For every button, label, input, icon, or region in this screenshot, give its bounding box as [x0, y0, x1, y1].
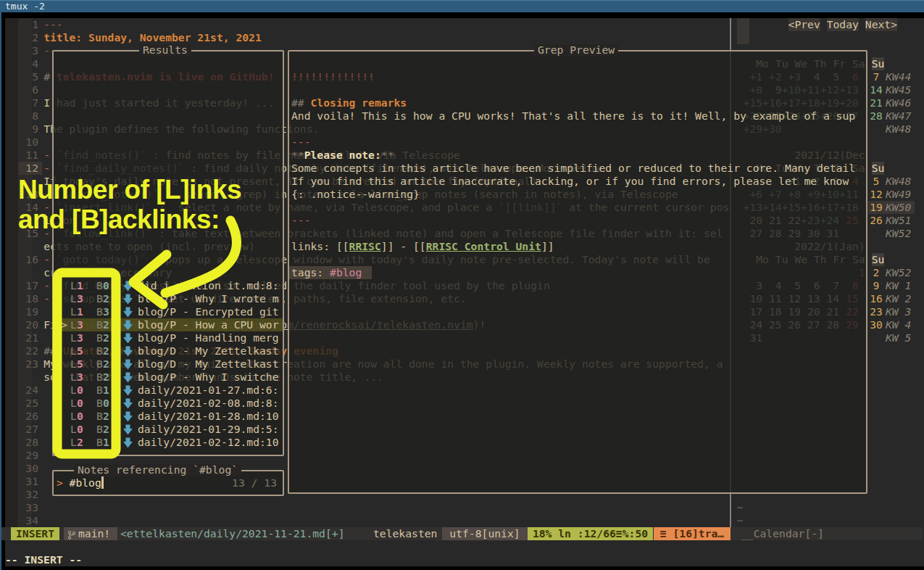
backlinks-count: 2: [103, 331, 109, 344]
backlinks-label: B: [96, 318, 103, 331]
links-count: 2: [77, 436, 83, 449]
calendar-week-number: KW 5: [886, 331, 911, 344]
links-label: L: [70, 371, 77, 384]
calendar-week-number: KW50: [886, 201, 911, 214]
text-segment: ---: [291, 136, 311, 148]
calendar-week-number: KW48: [886, 123, 911, 136]
result-filename: blog/P - Encrypted git: [138, 305, 279, 318]
line-number: 5: [19, 70, 38, 83]
backlinks-count: 1: [103, 384, 109, 397]
line-number: 34: [19, 514, 38, 527]
backlinks-label: B: [96, 279, 103, 292]
calendar-week-number: KW52: [886, 227, 911, 240]
result-filename: blog/P - Why I switche: [138, 371, 279, 384]
result-row[interactable]: L5B2blog/D - My Zettelkast: [54, 344, 283, 358]
backlinks-count: 2: [103, 292, 109, 305]
backlinks-label: B: [96, 384, 103, 397]
result-row[interactable]: L0B1daily/2021-01-27.md:6:: [54, 384, 283, 397]
calendar-sunday-date[interactable]: 21: [870, 96, 883, 110]
note-download-icon: [123, 411, 133, 422]
line-number: 29: [19, 449, 38, 462]
calendar-sunday-date[interactable]: 28: [870, 110, 883, 123]
line-number: 18: [19, 292, 38, 305]
calendar-sunday-header: Su: [872, 57, 885, 70]
prompt-caret: >: [57, 476, 63, 490]
selection-caret: >: [61, 318, 67, 331]
links-count: 0: [77, 397, 83, 410]
backlinks-count: 0: [103, 397, 109, 410]
result-filename: blog/P - Why I wrote m: [138, 292, 279, 305]
result-row[interactable]: >L3B2blog/P - How a CPU wor: [54, 318, 283, 331]
result-row[interactable]: L3B2blog/P - Why I wrote m: [54, 292, 283, 305]
calendar-sunday-date[interactable]: 2: [870, 266, 883, 279]
result-filename: daily/2021-02-12.md:10: [138, 436, 279, 449]
result-row[interactable]: L1B0did i mention it.md:8:: [54, 279, 283, 292]
calendar-sunday-date[interactable]: 7: [870, 70, 883, 83]
calendar-nav-next[interactable]: Next>: [865, 18, 897, 31]
links-label: L: [70, 292, 77, 305]
calendar-sunday-date[interactable]: 26: [870, 214, 883, 227]
backlinks-label: B: [96, 305, 103, 318]
annotation-text: Number of [L]inks and [B]acklinks:: [18, 175, 241, 234]
preview-text-row: !!!!!!!!!!!!!: [291, 70, 375, 83]
result-row[interactable]: L5B2blog/D - My Zettelkast: [54, 358, 283, 371]
calendar-sunday-date[interactable]: 16: [870, 292, 883, 305]
links-count: 1: [77, 279, 83, 292]
buffer-text-row: title: Sunday, November 21st, 2021: [43, 31, 262, 44]
result-row[interactable]: L0B2daily/2021-01-28.md:10: [54, 410, 283, 423]
calendar-sunday-date[interactable]: 12: [870, 188, 883, 201]
links-count: 0: [77, 410, 83, 423]
links-count: 3: [77, 371, 83, 384]
terminal-screen: tmux -2 12345678910111213141516171819202…: [0, 0, 924, 570]
calendar-sunday-date[interactable]: 14: [870, 83, 883, 96]
backlinks-label: B: [96, 436, 103, 449]
empty-line-tilde: ~: [737, 514, 744, 527]
calendar-sunday-date[interactable]: 5: [870, 175, 883, 188]
text-segment: ##: [291, 96, 311, 109]
line-number: 9: [19, 123, 38, 136]
preview-window-title: Grep Preview: [534, 44, 618, 56]
calendar-week-number: KW 1: [886, 279, 911, 292]
result-row[interactable]: L3B2blog/P - Handling merg: [54, 331, 283, 344]
line-number: 31: [19, 475, 38, 488]
links-label: L: [70, 436, 77, 449]
text-segment: #blog: [330, 266, 362, 278]
links-label: L: [70, 384, 77, 397]
links-count: 5: [77, 344, 83, 358]
result-row[interactable]: L1B3blog/P - Encrypted git: [54, 305, 283, 318]
text-segment: {: .notice--warning}: [291, 188, 420, 200]
text-segment: !!!!!!!!!!!!!: [291, 70, 375, 83]
calendar-statusline: __Calendar[-]: [741, 527, 824, 540]
line-number: 2: [19, 31, 38, 44]
calendar-sunday-date[interactable]: 30: [870, 318, 883, 331]
line-number: 17: [19, 279, 38, 292]
calendar-sunday-date[interactable]: 19: [870, 201, 883, 214]
links-label: L: [70, 397, 77, 410]
line-number: 16: [19, 253, 38, 266]
calendar-sunday-date[interactable]: 23: [870, 305, 883, 318]
result-row[interactable]: L0B2daily/2021-01-29.md:5:: [54, 423, 283, 436]
preview-text-row: ## Closing remarks: [291, 96, 407, 110]
result-row[interactable]: L0B0daily/2021-02-08.md:8:: [54, 397, 283, 410]
line-number: 23: [19, 358, 38, 371]
line-number: 26: [19, 410, 38, 423]
line-number: 32: [19, 488, 38, 501]
calendar-week-number: KW49: [886, 188, 911, 201]
result-row[interactable]: L2B1daily/2021-02-12.md:10: [54, 436, 283, 449]
calendar-sunday-date[interactable]: 9: [870, 279, 883, 292]
prompt-input[interactable]: > #blog 13 / 13: [54, 476, 283, 490]
backlinks-count: 1: [103, 436, 109, 449]
links-label: L: [70, 423, 77, 436]
backlinks-count: 2: [103, 371, 109, 384]
line-number: 22: [19, 344, 38, 358]
calendar-nav-today[interactable]: Today: [827, 18, 859, 31]
preview-text-row: Some concepts in this article have been …: [291, 162, 855, 175]
links-count: 3: [77, 331, 83, 344]
result-row[interactable]: L3B2blog/P - Why I switche: [54, 371, 283, 384]
calendar-week-number: KW47: [886, 110, 911, 123]
note-download-icon: [123, 385, 133, 396]
links-label: L: [70, 305, 77, 318]
links-count: 5: [77, 358, 83, 371]
note-download-icon: [123, 398, 133, 409]
calendar-nav-prev[interactable]: <Prev: [788, 18, 820, 31]
